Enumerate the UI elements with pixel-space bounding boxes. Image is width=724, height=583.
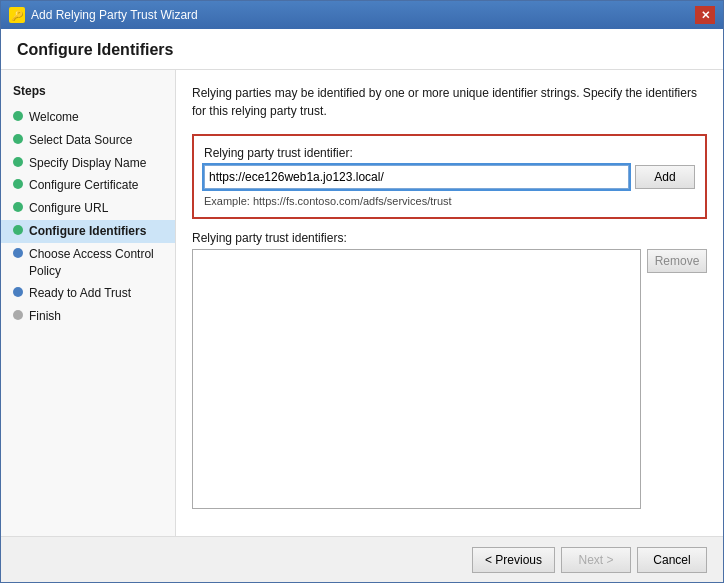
example-text: Example: https://fs.contoso.com/adfs/ser… (204, 195, 695, 207)
step-dot-cert (13, 179, 23, 189)
identifiers-list[interactable] (192, 249, 641, 509)
sidebar-item-configure-cert[interactable]: Configure Certificate (1, 174, 175, 197)
sidebar: Steps Welcome Select Data Source Specify… (1, 70, 176, 536)
previous-button[interactable]: < Previous (472, 547, 555, 573)
identifier-input[interactable] (204, 165, 629, 189)
add-button[interactable]: Add (635, 165, 695, 189)
page-title: Configure Identifiers (17, 41, 707, 59)
title-bar-left: 🔑 Add Relying Party Trust Wizard (9, 7, 198, 23)
wizard-window: 🔑 Add Relying Party Trust Wizard ✕ Confi… (0, 0, 724, 583)
remove-button[interactable]: Remove (647, 249, 707, 273)
step-label-identifiers: Configure Identifiers (29, 223, 146, 240)
next-button[interactable]: Next > (561, 547, 631, 573)
close-button[interactable]: ✕ (695, 6, 715, 24)
sidebar-item-finish[interactable]: Finish (1, 305, 175, 328)
sidebar-item-select-data-source[interactable]: Select Data Source (1, 129, 175, 152)
step-dot-identifiers (13, 225, 23, 235)
page-header: Configure Identifiers (1, 29, 723, 70)
sidebar-item-choose-access[interactable]: Choose Access Control Policy (1, 243, 175, 283)
identifier-field-label: Relying party trust identifier: (204, 146, 695, 160)
step-label-ready: Ready to Add Trust (29, 285, 131, 302)
input-row: Add (204, 165, 695, 189)
title-bar: 🔑 Add Relying Party Trust Wizard ✕ (1, 1, 723, 29)
step-label-select: Select Data Source (29, 132, 132, 149)
sidebar-item-configure-url[interactable]: Configure URL (1, 197, 175, 220)
identifier-section: Relying party trust identifier: Add Exam… (192, 134, 707, 219)
step-dot-url (13, 202, 23, 212)
identifiers-section: Relying party trust identifiers: Remove (192, 231, 707, 509)
sidebar-item-specify-display[interactable]: Specify Display Name (1, 152, 175, 175)
sidebar-item-ready[interactable]: Ready to Add Trust (1, 282, 175, 305)
step-label-url: Configure URL (29, 200, 108, 217)
footer: < Previous Next > Cancel (1, 536, 723, 582)
step-dot-finish (13, 310, 23, 320)
description-text: Relying parties may be identified by one… (192, 84, 707, 120)
steps-header: Steps (1, 80, 175, 106)
identifiers-list-label: Relying party trust identifiers: (192, 231, 707, 245)
step-dot-ready (13, 287, 23, 297)
main-panel: Relying parties may be identified by one… (176, 70, 723, 536)
step-label-welcome: Welcome (29, 109, 79, 126)
window-title: Add Relying Party Trust Wizard (31, 8, 198, 22)
step-dot-display (13, 157, 23, 167)
content-area: Steps Welcome Select Data Source Specify… (1, 70, 723, 536)
step-dot-select (13, 134, 23, 144)
sidebar-item-configure-identifiers[interactable]: Configure Identifiers (1, 220, 175, 243)
step-label-access: Choose Access Control Policy (29, 246, 163, 280)
step-label-finish: Finish (29, 308, 61, 325)
step-dot-welcome (13, 111, 23, 121)
step-dot-access (13, 248, 23, 258)
identifiers-list-row: Remove (192, 249, 707, 509)
step-label-display: Specify Display Name (29, 155, 146, 172)
cancel-button[interactable]: Cancel (637, 547, 707, 573)
step-label-cert: Configure Certificate (29, 177, 138, 194)
wizard-icon: 🔑 (9, 7, 25, 23)
sidebar-item-welcome[interactable]: Welcome (1, 106, 175, 129)
